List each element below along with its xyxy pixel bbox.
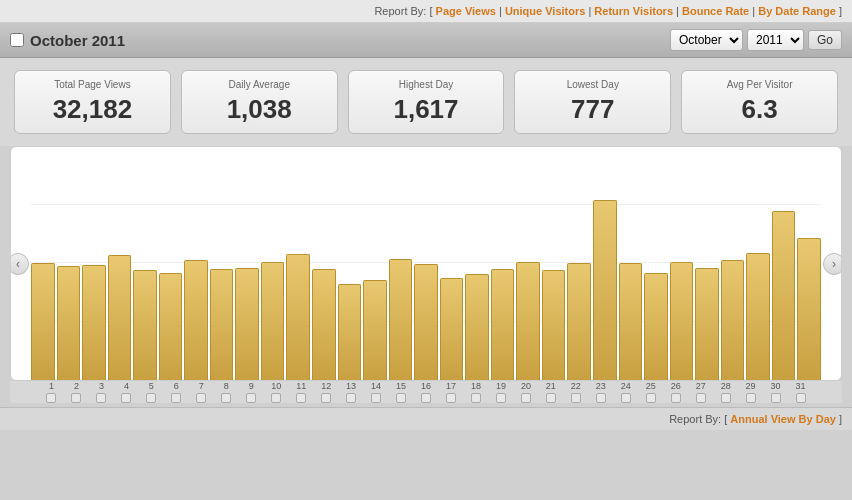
day-icon-9[interactable] bbox=[246, 393, 256, 403]
stat-card-0: Total Page Views 32,182 bbox=[14, 70, 171, 134]
bar-day-12[interactable] bbox=[312, 269, 336, 380]
day-icon-23[interactable] bbox=[596, 393, 606, 403]
bar-day-4[interactable] bbox=[108, 255, 132, 380]
nav-return-visitors[interactable]: Return Visitors bbox=[594, 5, 673, 17]
day-icon-1[interactable] bbox=[46, 393, 56, 403]
day-icon-29[interactable] bbox=[746, 393, 756, 403]
day-icon-24[interactable] bbox=[621, 393, 631, 403]
bar-day-13[interactable] bbox=[338, 284, 362, 380]
day-col-28: 28 bbox=[714, 381, 737, 403]
bar-day-16[interactable] bbox=[414, 264, 438, 380]
day-icon-15[interactable] bbox=[396, 393, 406, 403]
bar-day-26[interactable] bbox=[670, 262, 694, 380]
day-icon-7[interactable] bbox=[196, 393, 206, 403]
bar-day-6[interactable] bbox=[159, 273, 183, 380]
bar-day-18[interactable] bbox=[465, 274, 489, 380]
bar-day-5[interactable] bbox=[133, 270, 157, 380]
bar-wrapper-30 bbox=[772, 211, 796, 380]
nav-unique-visitors[interactable]: Unique Visitors bbox=[505, 5, 585, 17]
day-icon-4[interactable] bbox=[121, 393, 131, 403]
bar-wrapper-25 bbox=[644, 273, 668, 380]
bar-day-15[interactable] bbox=[389, 259, 413, 380]
bar-day-31[interactable] bbox=[797, 238, 821, 380]
bar-day-23[interactable] bbox=[593, 200, 617, 380]
bar-day-9[interactable] bbox=[235, 268, 259, 380]
bar-day-17[interactable] bbox=[440, 278, 464, 380]
bar-day-20[interactable] bbox=[516, 262, 540, 380]
month-bar: October 2011 October 2011 Go bbox=[0, 23, 852, 58]
bar-day-25[interactable] bbox=[644, 273, 668, 380]
nav-by-date-range[interactable]: By Date Range bbox=[758, 5, 836, 17]
bar-day-24[interactable] bbox=[619, 263, 643, 380]
bar-day-10[interactable] bbox=[261, 262, 285, 380]
bar-day-27[interactable] bbox=[695, 268, 719, 380]
day-col-26: 26 bbox=[664, 381, 687, 403]
day-icon-26[interactable] bbox=[671, 393, 681, 403]
bar-day-7[interactable] bbox=[184, 260, 208, 380]
bar-day-11[interactable] bbox=[286, 254, 310, 380]
day-icon-10[interactable] bbox=[271, 393, 281, 403]
month-select[interactable]: October bbox=[670, 29, 743, 51]
day-icon-2[interactable] bbox=[71, 393, 81, 403]
bar-day-30[interactable] bbox=[772, 211, 796, 380]
chart-arrow-right[interactable]: › bbox=[823, 253, 842, 275]
bar-wrapper-7 bbox=[184, 260, 208, 380]
bar-day-8[interactable] bbox=[210, 269, 234, 380]
day-icon-16[interactable] bbox=[421, 393, 431, 403]
nav-page-views[interactable]: Page Views bbox=[436, 5, 496, 17]
nav-bounce-rate[interactable]: Bounce Rate bbox=[682, 5, 749, 17]
bottom-nav-annual[interactable]: Annual View By Day bbox=[730, 413, 836, 425]
stat-label-3: Lowest Day bbox=[529, 79, 656, 90]
day-col-1: 1 bbox=[40, 381, 63, 403]
bar-day-21[interactable] bbox=[542, 270, 566, 380]
day-icon-20[interactable] bbox=[521, 393, 531, 403]
bar-day-14[interactable] bbox=[363, 280, 387, 380]
stat-value-3: 777 bbox=[529, 94, 656, 125]
chart-area: ‹ › bbox=[10, 146, 842, 381]
day-icon-13[interactable] bbox=[346, 393, 356, 403]
chart-inner bbox=[11, 147, 841, 380]
year-select[interactable]: 2011 bbox=[747, 29, 804, 51]
day-icon-14[interactable] bbox=[371, 393, 381, 403]
day-icon-5[interactable] bbox=[146, 393, 156, 403]
day-num-4: 4 bbox=[124, 381, 129, 391]
day-icon-17[interactable] bbox=[446, 393, 456, 403]
bar-day-1[interactable] bbox=[31, 263, 55, 380]
day-icon-6[interactable] bbox=[171, 393, 181, 403]
bar-wrapper-16 bbox=[414, 264, 438, 380]
day-icon-27[interactable] bbox=[696, 393, 706, 403]
stat-card-2: Highest Day 1,617 bbox=[348, 70, 505, 134]
day-col-29: 29 bbox=[739, 381, 762, 403]
day-num-26: 26 bbox=[671, 381, 681, 391]
day-icon-25[interactable] bbox=[646, 393, 656, 403]
day-icon-3[interactable] bbox=[96, 393, 106, 403]
bar-day-28[interactable] bbox=[721, 260, 745, 380]
month-checkbox[interactable] bbox=[10, 33, 24, 47]
day-num-19: 19 bbox=[496, 381, 506, 391]
bar-day-29[interactable] bbox=[746, 253, 770, 380]
bar-day-2[interactable] bbox=[57, 266, 81, 380]
day-icon-21[interactable] bbox=[546, 393, 556, 403]
day-icon-31[interactable] bbox=[796, 393, 806, 403]
day-num-25: 25 bbox=[646, 381, 656, 391]
day-col-16: 16 bbox=[415, 381, 438, 403]
bar-wrapper-3 bbox=[82, 265, 106, 380]
day-icon-30[interactable] bbox=[771, 393, 781, 403]
bar-day-3[interactable] bbox=[82, 265, 106, 380]
day-col-18: 18 bbox=[464, 381, 487, 403]
day-icon-11[interactable] bbox=[296, 393, 306, 403]
bar-day-22[interactable] bbox=[567, 263, 591, 380]
day-num-14: 14 bbox=[371, 381, 381, 391]
bar-wrapper-4 bbox=[108, 255, 132, 380]
day-icon-28[interactable] bbox=[721, 393, 731, 403]
day-icon-22[interactable] bbox=[571, 393, 581, 403]
day-num-20: 20 bbox=[521, 381, 531, 391]
day-col-27: 27 bbox=[689, 381, 712, 403]
go-button[interactable]: Go bbox=[808, 30, 842, 50]
stat-card-3: Lowest Day 777 bbox=[514, 70, 671, 134]
bar-day-19[interactable] bbox=[491, 269, 515, 380]
day-icon-8[interactable] bbox=[221, 393, 231, 403]
day-icon-18[interactable] bbox=[471, 393, 481, 403]
day-icon-19[interactable] bbox=[496, 393, 506, 403]
day-icon-12[interactable] bbox=[321, 393, 331, 403]
